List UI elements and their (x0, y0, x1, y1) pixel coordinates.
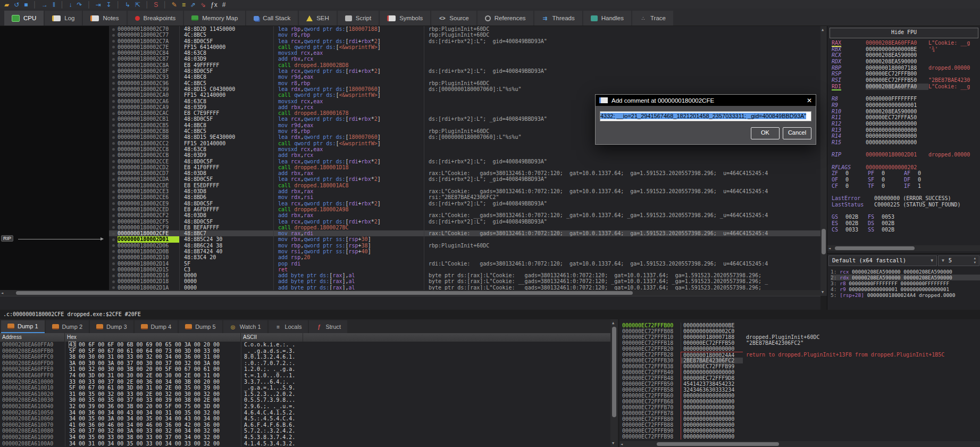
dump-tab-dump-2[interactable]: Dump 2 (46, 320, 89, 333)
stack-row[interactable]: 000000EC72FFFB18000000EC72FFFB50"2BE87BA… (619, 340, 980, 346)
tab-symbols[interactable]: Symbols (380, 11, 430, 26)
stack-row[interactable]: 000000EC72FFFB900000000000000000 (619, 428, 980, 434)
breakpoint-dot-icon[interactable] (109, 249, 118, 254)
disasm-row[interactable]: 0000000180002CE948:8D0C5Flea rcx,qword p… (109, 201, 820, 206)
dump-tab-locals[interactable]: ≡Locals (269, 320, 308, 333)
disasm-row[interactable]: 0000000180002CF248:03D8add rbx,raxrax:L"… (109, 212, 820, 218)
breakpoint-dot-icon[interactable] (109, 26, 118, 32)
dialog-title-bar[interactable]: Add comment at 0000000180002CFE ✕ (596, 95, 816, 106)
bookmark-icon[interactable]: ⇘ (200, 1, 206, 9)
register-row[interactable]: R11000000EC72FFFA50 (832, 114, 980, 121)
breakpoint-dot-icon[interactable] (109, 194, 118, 200)
tab-notes[interactable]: Notes (83, 11, 126, 26)
disasm-row[interactable]: 0000000180002D1048:83C4 20add rsp,20 (109, 254, 820, 260)
breakpoint-dot-icon[interactable] (109, 110, 118, 116)
breakpoint-dot-icon[interactable] (109, 68, 118, 74)
dump-tab-dump-4[interactable]: Dump 4 (135, 320, 178, 333)
tab-handles[interactable]: Handles (583, 11, 631, 26)
breakpoint-dot-icon[interactable] (109, 44, 118, 50)
tab-trace[interactable]: ∴Trace (632, 11, 673, 26)
breakpoint-dot-icon[interactable] (109, 267, 118, 272)
dump-tab-watch-1[interactable]: ◎Watch 1 (223, 320, 267, 333)
dump-pane[interactable]: Dump 1Dump 2Dump 3Dump 4Dump 5◎Watch 1≡L… (0, 319, 610, 447)
breakpoint-dot-icon[interactable] (109, 146, 118, 152)
disassembly-hscrollbar[interactable]: ◄ (0, 290, 820, 296)
breakpoint-dot-icon[interactable] (109, 183, 118, 188)
run-to-user-code-icon[interactable]: ⇱ (135, 1, 140, 9)
dump-tab-struct[interactable]: ƒStruct (309, 320, 347, 333)
disasm-row[interactable]: 0000000180002CC848:63C8movsxd rcx,eax (109, 146, 820, 152)
breakpoint-dot-icon[interactable] (109, 278, 118, 284)
disasm-row[interactable]: 0000000180002D0148:8B5C24 30mov rbx,qwor… (109, 236, 820, 242)
fastcall-arg-row[interactable]: 2: rdx 00000208EA590000 00000208EA590000 (831, 275, 980, 280)
disasm-row[interactable]: 0000000180002CCE48:8D0C5Flea rcx,qword p… (109, 159, 820, 164)
breakpoint-dot-icon[interactable] (109, 212, 118, 218)
disasm-row[interactable]: 0000000180002D145Fpop rdirdi:L"Cookie: _… (109, 261, 820, 267)
disasm-row[interactable]: 0000000180002CF548:8D0C5Flea rcx,qword p… (109, 219, 820, 225)
breakpoint-dot-icon[interactable] (109, 243, 118, 249)
register-row[interactable]: RCX00000208EA590000 (832, 52, 980, 59)
dump-vscrollbar[interactable]: ▲ ▼ (610, 319, 618, 447)
register-row[interactable]: RAX00000208EA60FFA0L"Cookie: __g (832, 40, 980, 46)
tab-references[interactable]: References (478, 11, 533, 26)
breakpoint-dot-icon[interactable] (109, 176, 118, 182)
disasm-row[interactable]: 0000000180002C9948:8D15 C0430000lea rdx,… (109, 86, 820, 92)
breakpoint-dot-icon[interactable] (109, 86, 118, 92)
dump-row[interactable]: 00000208EA61009034 00 35 00 33 00 38 00 … (0, 434, 610, 441)
breakpoint-dot-icon[interactable] (109, 261, 118, 267)
breakpoint-dot-icon[interactable] (109, 122, 118, 128)
close-icon[interactable]: ✕ (807, 97, 812, 104)
breakpoint-dot-icon[interactable] (109, 285, 118, 290)
disasm-row[interactable]: 0000000180002D180000add byte ptr ds:[rax… (109, 278, 820, 284)
disasm-row[interactable]: 0000000180002C774C:8BC5mov r8,rbprbp:Plu… (109, 32, 820, 38)
breakpoint-dot-icon[interactable] (109, 206, 118, 212)
breakpoint-dot-icon[interactable] (109, 170, 118, 176)
breakpoint-dot-icon[interactable] (109, 225, 118, 230)
register-row[interactable]: RDX00000208EA590000 (832, 59, 980, 65)
dump-row[interactable]: 00000208EA60FFC038 00 30 00 31 00 33 00 … (0, 354, 610, 360)
register-row[interactable]: OF0SF0DF0 (832, 177, 980, 183)
tab-threads[interactable]: ⇉Threads (534, 11, 582, 26)
dump-tab-dump-3[interactable]: Dump 3 (90, 320, 133, 333)
register-row[interactable]: R140000000000000000 (832, 133, 980, 139)
dump-row[interactable]: 00000208EA60FFF074 00 3D 00 31 00 30 00 … (0, 372, 610, 379)
fastcall-arg-row[interactable]: 1: rcx 00000208EA590000 00000208EA590000 (831, 269, 980, 275)
dump-row[interactable]: 00000208EA61008035 00 37 00 32 00 3A 00 … (0, 428, 610, 434)
disasm-row[interactable]: 0000000180002C7A48:8D0C5Flea rcx,qword p… (109, 38, 820, 44)
stack-row[interactable]: 000000EC72FFFB800000000000000000 (619, 416, 980, 422)
register-row[interactable]: ZF0PF0AF0 (832, 170, 980, 177)
fastcall-arg-row[interactable]: 5: [rsp+28] 00000001800024A4 dropped.000… (831, 292, 980, 298)
stack-row[interactable]: 000000EC72FFFB0800000000000002C0 (619, 328, 980, 334)
stack-row[interactable]: 000000EC72FFFB2800000001800024A4return t… (619, 352, 980, 358)
breakpoint-dot-icon[interactable] (109, 230, 118, 236)
disasm-row[interactable]: 0000000180002C8AE8 49FFFFFFcall dropped.… (109, 62, 820, 68)
register-row[interactable]: R120000000000000000 (832, 121, 980, 127)
stack-row[interactable]: 000000EC72FFFB700000000000000000 (619, 404, 980, 410)
function-icon[interactable]: ƒx (211, 1, 217, 9)
open-file-icon[interactable]: ▰ (4, 1, 9, 9)
breakpoint-dot-icon[interactable] (109, 50, 118, 56)
stack-row[interactable]: 000000EC72FFFB200000000000000000 (619, 346, 980, 352)
disassembly-pane[interactable]: RIP 0000000180002C7048:8D2D 11450000lea … (0, 26, 820, 290)
registers-pane[interactable]: Hide FPU RAX00000208EA60FFA0L"Cookie: __… (827, 26, 980, 310)
stack-row[interactable]: 000000EC72FFFB38000000EC72FFFB99 (619, 363, 980, 369)
breakpoint-dot-icon[interactable] (109, 152, 118, 158)
stack-row[interactable]: 000000EC72FFFB680000000000000000 (619, 399, 980, 404)
register-row[interactable]: RBP0000000180007188dropped.00000 (832, 65, 980, 71)
disasm-row[interactable]: 0000000180002CDA48:8D0C5Flea rcx,qword p… (109, 176, 820, 182)
disasm-row[interactable]: 0000000180002C964C:8BC5mov r8,rbprbp:Plu… (109, 80, 820, 86)
register-row[interactable]: LastStatusC0000225 (STATUS_NOT_FOUND) (832, 202, 980, 208)
calling-convention-select[interactable]: Default (x64 fastcall) ▼ (828, 255, 937, 266)
step-over-icon[interactable]: ↷ (77, 1, 82, 9)
register-row[interactable]: GS002BFS0053 (832, 214, 980, 220)
dump-row[interactable]: 00000208EA61007041 00 36 00 46 00 34 00 … (0, 422, 610, 428)
dump-row[interactable]: 00000208EA6100105F 00 67 00 61 00 3D 00 … (0, 385, 610, 391)
label-icon[interactable]: ⇗ (190, 1, 196, 9)
comment-icon[interactable]: ≡ (182, 1, 186, 9)
dump-row[interactable]: 00000208EA61005034 00 36 00 34 00 43 00 … (0, 410, 610, 416)
register-row[interactable]: CF0TF0IF1 (832, 183, 980, 189)
patch-icon[interactable]: ✎ (172, 1, 177, 9)
run-icon[interactable]: → (41, 1, 48, 9)
stack-row[interactable]: 000000EC72FFFB100000000180007188dropped.… (619, 334, 980, 340)
tab-breakpoints[interactable]: Breakpoints (128, 11, 183, 26)
